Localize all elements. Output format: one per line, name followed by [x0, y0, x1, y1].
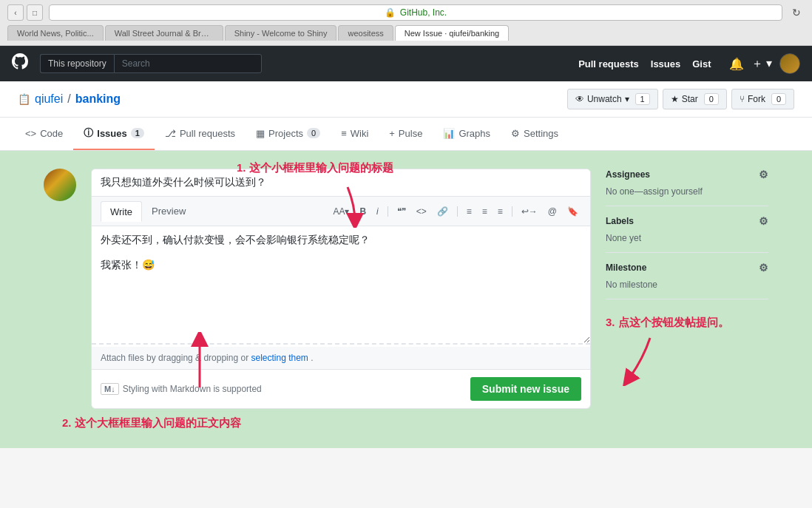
pull-requests-nav-link[interactable]: Pull requests — [578, 58, 639, 70]
browser-tab-2[interactable]: Shiny - Welcome to Shiny — [225, 25, 337, 41]
pulse-icon: + — [389, 128, 395, 139]
projects-count-badge: 0 — [307, 128, 320, 138]
milestone-value: No milestone — [606, 280, 768, 290]
nav-wiki[interactable]: ≡ Wiki — [331, 118, 379, 150]
header-nav-links: Pull requests Issues Gist — [578, 58, 711, 70]
ordered-list-button[interactable]: ≡ — [479, 205, 490, 218]
editor-tabs: Write Preview — [101, 201, 195, 221]
back-button[interactable]: ‹ — [7, 4, 24, 21]
star-count: 0 — [704, 93, 719, 105]
editor-toolbar: Write Preview AA▾ B i ❝❞ <> 🔗 ≡ — [92, 197, 590, 226]
issue-title-input[interactable] — [92, 169, 590, 197]
browser-tab-0[interactable]: World News, Politic... — [7, 25, 104, 41]
unwatch-button[interactable]: 👁 Unwatch ▾ 1 — [567, 89, 658, 109]
editor-body — [92, 226, 590, 347]
search-input[interactable] — [114, 54, 262, 73]
repo-name-link[interactable]: banking — [75, 92, 121, 106]
unordered-list-button[interactable]: ≡ — [464, 205, 475, 218]
select-files-link[interactable]: selecting them — [251, 353, 308, 363]
nav-code[interactable]: <> Code — [15, 118, 73, 150]
repo-book-icon: 📋 — [18, 93, 30, 105]
nav-pulse[interactable]: + Pulse — [379, 118, 433, 150]
mention-button[interactable]: ↩→ — [518, 205, 541, 218]
notifications-bell-button[interactable]: 🔔 — [729, 57, 744, 71]
user-avatar[interactable] — [779, 53, 800, 74]
task-list-button[interactable]: ≡ — [495, 205, 506, 218]
graphs-icon: 📊 — [443, 128, 455, 139]
github-header: This repository Pull requests Issues Gis… — [0, 46, 812, 81]
format-divider-2 — [457, 206, 458, 217]
address-bar[interactable]: 🔒 GitHub, Inc. — [49, 4, 782, 21]
wiki-icon: ≡ — [341, 128, 347, 139]
repo-actions: 👁 Unwatch ▾ 1 ★ Star 0 ⑂ Fork 0 — [567, 89, 794, 109]
markdown-icon: M↓ — [101, 383, 119, 395]
assignees-value: No one—assign yourself — [606, 186, 768, 197]
format-divider-3 — [512, 206, 512, 217]
labels-value: None yet — [606, 233, 768, 243]
address-text: GitHub, Inc. — [400, 7, 447, 18]
quote-button[interactable]: ❝❞ — [394, 205, 409, 218]
nav-pull-requests[interactable]: ⎇ Pull requests — [155, 118, 246, 150]
markdown-hint-text: Styling with Markdown is supported — [123, 384, 262, 394]
nav-issues[interactable]: ⓘ Issues 1 — [73, 118, 155, 150]
unwatch-count: 1 — [635, 93, 650, 105]
refresh-button[interactable]: ↻ — [788, 4, 805, 21]
projects-icon: ▦ — [256, 128, 265, 139]
breadcrumb-separator: / — [67, 92, 70, 106]
attach-files-area: Attach files by dragging & dropping or s… — [92, 347, 590, 370]
at-button[interactable]: @ — [545, 205, 560, 218]
github-logo — [12, 53, 28, 74]
browser-tab-4[interactable]: New Issue · qiufei/banking — [395, 25, 509, 41]
settings-icon: ⚙ — [511, 128, 520, 139]
arrow-3 — [606, 334, 768, 388]
milestone-header: Milestone ⚙ — [606, 262, 768, 274]
main-content: 1. 这个小框框里输入问题的标题 — [0, 151, 812, 448]
heading-button[interactable]: AA▾ — [330, 205, 352, 218]
bookmark-button[interactable]: 🔖 — [564, 205, 581, 218]
milestone-gear-icon[interactable]: ⚙ — [759, 262, 768, 274]
assignees-gear-icon[interactable]: ⚙ — [759, 169, 768, 180]
star-button[interactable]: ★ Star 0 — [663, 89, 727, 109]
user-avatar — [44, 169, 76, 201]
preview-tab[interactable]: Preview — [142, 201, 195, 221]
new-item-plus-button[interactable]: ＋ ▾ — [751, 56, 772, 72]
submit-new-issue-button[interactable]: Submit new issue — [470, 377, 581, 401]
fork-count: 0 — [771, 93, 786, 105]
browser-toolbar: ‹ □ 🔒 GitHub, Inc. ↻ — [7, 4, 805, 21]
nav-settings[interactable]: ⚙ Settings — [501, 118, 569, 150]
italic-button[interactable]: i — [373, 205, 382, 218]
bold-button[interactable]: B — [356, 205, 369, 218]
attach-text: Attach files by dragging & dropping or — [101, 353, 251, 363]
assignees-label: Assignees — [606, 169, 650, 180]
code-button[interactable]: <> — [413, 205, 430, 218]
issue-form-container: Write Preview AA▾ B i ❝❞ <> 🔗 ≡ — [44, 169, 768, 409]
breadcrumb: 📋 qiufei / banking — [18, 92, 121, 106]
annotation-2: 2. 这个大框框里输入问题的正文内容 — [15, 416, 797, 430]
write-tab[interactable]: Write — [101, 201, 142, 222]
nav-graphs[interactable]: 📊 Graphs — [433, 118, 501, 150]
browser-tab-3[interactable]: weositess — [338, 25, 393, 41]
milestone-label: Milestone — [606, 263, 646, 273]
assignees-section: Assignees ⚙ No one—assign yourself — [606, 169, 768, 206]
labels-gear-icon[interactable]: ⚙ — [759, 215, 768, 227]
repo-owner-link[interactable]: qiufei — [35, 92, 63, 106]
nav-projects[interactable]: ▦ Projects 0 — [246, 118, 331, 150]
repo-scope-label: This repository — [40, 54, 114, 73]
forward-button[interactable]: □ — [27, 4, 43, 21]
issue-form-footer: M↓ Styling with Markdown is supported Su… — [92, 370, 590, 408]
fork-button[interactable]: ⑂ Fork 0 — [731, 89, 794, 109]
gist-nav-link[interactable]: Gist — [692, 58, 711, 70]
lock-icon: 🔒 — [385, 7, 396, 18]
link-button[interactable]: 🔗 — [434, 205, 451, 218]
avatar-image — [44, 169, 76, 201]
format-tools: AA▾ B i ❝❞ <> 🔗 ≡ ≡ ≡ ↩→ — [330, 205, 581, 218]
issue-body-textarea[interactable] — [92, 226, 590, 345]
milestone-section: Milestone ⚙ No milestone — [606, 253, 768, 299]
search-container: This repository — [40, 54, 262, 73]
labels-header: Labels ⚙ — [606, 215, 768, 227]
browser-nav-buttons: ‹ □ — [7, 4, 43, 21]
annotation-3: 3. 点这个按钮发帖提问。 — [606, 314, 768, 331]
issues-nav-link[interactable]: Issues — [651, 58, 680, 70]
issues-icon: ⓘ — [84, 126, 93, 140]
browser-tab-1[interactable]: Wall Street Journal & Breaking N... — [105, 25, 223, 41]
